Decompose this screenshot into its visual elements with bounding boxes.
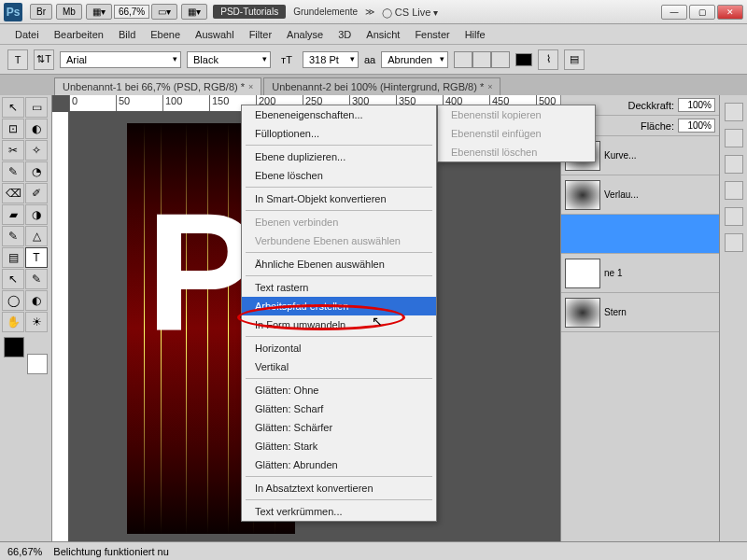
ctx-aa-crisp[interactable]: Glätten: Schärfer xyxy=(242,418,436,437)
warp-text-button[interactable]: ⌇ xyxy=(538,49,558,70)
font-family-select[interactable]: Arial xyxy=(60,51,181,68)
type-tool[interactable]: T xyxy=(25,247,48,268)
menu-3d[interactable]: 3D xyxy=(331,27,359,42)
maximize-button[interactable]: ▢ xyxy=(689,5,715,20)
healing-tool[interactable]: ✎ xyxy=(2,161,24,182)
masks-panel-icon[interactable] xyxy=(725,207,743,226)
cslive-button[interactable]: ◯ CS Live ▾ xyxy=(382,7,438,18)
close-icon[interactable]: × xyxy=(487,82,492,91)
eyedropper-tool[interactable]: ✧ xyxy=(25,140,48,161)
ctx-create-workpath[interactable]: Arbeitspfad erstellen xyxy=(242,297,436,315)
eraser-tool[interactable]: ▰ xyxy=(2,204,24,225)
arrange-button[interactable]: ▦▾ xyxy=(181,4,207,20)
pen-tool[interactable]: ▤ xyxy=(2,247,24,268)
ctx-convert-shape[interactable]: In Form umwandeln xyxy=(242,315,436,334)
font-weight-select[interactable]: Black xyxy=(187,51,271,68)
opacity-input[interactable]: 100% xyxy=(678,98,715,112)
align-left-button[interactable] xyxy=(454,51,472,68)
fg-color[interactable] xyxy=(4,337,24,357)
layer-row[interactable]: Stern xyxy=(561,293,719,332)
ctx-horizontal[interactable]: Horizontal xyxy=(242,339,436,357)
ctx-duplicate-layer[interactable]: Ebene duplizieren... xyxy=(242,147,436,166)
ctx-delete-layer[interactable]: Ebene löschen xyxy=(242,166,436,185)
gradient-tool[interactable]: ◑ xyxy=(25,204,48,225)
text-color-swatch[interactable] xyxy=(515,53,532,66)
ctx-aa-strong[interactable]: Glätten: Stark xyxy=(242,437,436,455)
ctx-blend-options[interactable]: Fülloptionen... xyxy=(242,124,436,143)
zoom-tool[interactable]: ☀ xyxy=(25,312,48,332)
ctx-warp-text[interactable]: Text verkrümmen... xyxy=(242,502,436,521)
layer-row[interactable]: Verlau... xyxy=(561,175,719,215)
statusbar: 66,67% Belichtung funktioniert nu xyxy=(0,541,747,560)
text-orientation-icon[interactable]: ⇅T xyxy=(34,49,54,70)
fg-bg-swatches[interactable] xyxy=(4,337,48,374)
brush-tool[interactable]: ◔ xyxy=(25,161,48,182)
history-brush-tool[interactable]: ✐ xyxy=(25,183,48,203)
menu-analyse[interactable]: Analyse xyxy=(279,27,331,42)
align-right-button[interactable] xyxy=(491,51,510,68)
swatches-panel-icon[interactable] xyxy=(725,129,743,147)
menu-bearbeiten[interactable]: Bearbeiten xyxy=(47,27,111,42)
3d-tool[interactable]: ◯ xyxy=(2,290,24,311)
crop-tool[interactable]: ✂ xyxy=(2,140,24,161)
quick-select-tool[interactable]: ◐ xyxy=(25,119,48,139)
layer-row-selected[interactable] xyxy=(561,215,719,254)
styles-panel-icon[interactable] xyxy=(725,155,743,174)
adjustments-panel-icon[interactable] xyxy=(725,181,743,200)
ctx-rasterize-text[interactable]: Text rastern xyxy=(242,278,436,297)
bridge-button[interactable]: Br xyxy=(30,4,52,20)
tab-doc1[interactable]: Unbenannt-1 bei 66,7% (PSD, RGB/8) *× xyxy=(54,77,261,95)
close-button[interactable]: ✕ xyxy=(717,5,743,20)
aa-label: aa xyxy=(364,54,375,65)
ctx-vertical[interactable]: Vertikal xyxy=(242,357,436,376)
minimize-button[interactable]: — xyxy=(661,5,687,20)
menu-auswahl[interactable]: Auswahl xyxy=(188,27,242,42)
hand-tool[interactable]: ✋ xyxy=(2,312,24,332)
menu-ansicht[interactable]: Ansicht xyxy=(359,27,407,42)
ctx-select-similar[interactable]: Ähnliche Ebenen auswählen xyxy=(242,255,436,273)
blur-tool[interactable]: ✎ xyxy=(2,226,24,246)
color-panel-icon[interactable] xyxy=(725,103,743,121)
zoom-dropdown[interactable]: 66,7% xyxy=(114,5,149,19)
char-panel-button[interactable]: ▤ xyxy=(564,49,585,70)
tab-doc2[interactable]: Unbenannt-2 bei 100% (Hintergrund, RGB/8… xyxy=(263,77,500,95)
bg-color[interactable] xyxy=(27,354,48,374)
move-tool[interactable]: ↖ xyxy=(2,97,24,118)
workspace-label[interactable]: Grundelemente xyxy=(293,7,358,17)
ctx-aa-sharp[interactable]: Glätten: Scharf xyxy=(242,399,436,418)
antialias-select[interactable]: Abrunden xyxy=(381,51,448,68)
ctx-aa-none[interactable]: Glätten: Ohne xyxy=(242,381,436,399)
font-size-select[interactable]: 318 Pt xyxy=(303,51,359,68)
ctx-smart-object[interactable]: In Smart-Objekt konvertieren xyxy=(242,189,436,208)
marquee-tool[interactable]: ▭ xyxy=(25,97,48,118)
menu-bild[interactable]: Bild xyxy=(111,27,143,42)
ctx-clear-style: Ebenenstil löschen xyxy=(438,143,595,161)
layer-row[interactable]: ne 1 xyxy=(561,254,719,293)
align-center-button[interactable] xyxy=(472,51,491,68)
history-panel-icon[interactable] xyxy=(725,233,743,252)
menu-hilfe[interactable]: Hilfe xyxy=(458,27,493,42)
3d-camera-tool[interactable]: ◐ xyxy=(25,290,48,311)
shape-tool[interactable]: ✎ xyxy=(25,269,48,289)
menu-datei[interactable]: Datei xyxy=(7,27,47,42)
path-select-tool[interactable]: ↖ xyxy=(2,269,24,289)
ctx-layer-props[interactable]: Ebeneneigenschaften... xyxy=(242,105,436,124)
ctx-aa-smooth[interactable]: Glätten: Abrunden xyxy=(242,455,436,474)
fill-input[interactable]: 100% xyxy=(678,119,715,133)
menubar: Datei Bearbeiten Bild Ebene Auswahl Filt… xyxy=(0,24,747,45)
minibridge-button[interactable]: Mb xyxy=(56,4,82,20)
lasso-tool[interactable]: ⊡ xyxy=(2,119,24,139)
dodge-tool[interactable]: △ xyxy=(25,226,48,246)
ctx-paste-style: Ebenenstil einfügen xyxy=(438,124,595,143)
psd-tutorials-label[interactable]: PSD-Tutorials xyxy=(213,5,286,19)
view-extras-button[interactable]: ▭▾ xyxy=(151,4,177,20)
menu-ebene[interactable]: Ebene xyxy=(143,27,188,42)
more-icon[interactable]: ≫ xyxy=(365,7,374,17)
screen-mode-button[interactable]: ▦▾ xyxy=(86,4,112,20)
menu-fenster[interactable]: Fenster xyxy=(407,27,457,42)
menu-filter[interactable]: Filter xyxy=(242,27,279,42)
status-zoom[interactable]: 66,67% xyxy=(7,546,42,557)
ctx-para-text[interactable]: In Absatztext konvertieren xyxy=(242,479,436,497)
stamp-tool[interactable]: ⌫ xyxy=(2,183,24,203)
close-icon[interactable]: × xyxy=(248,82,253,91)
